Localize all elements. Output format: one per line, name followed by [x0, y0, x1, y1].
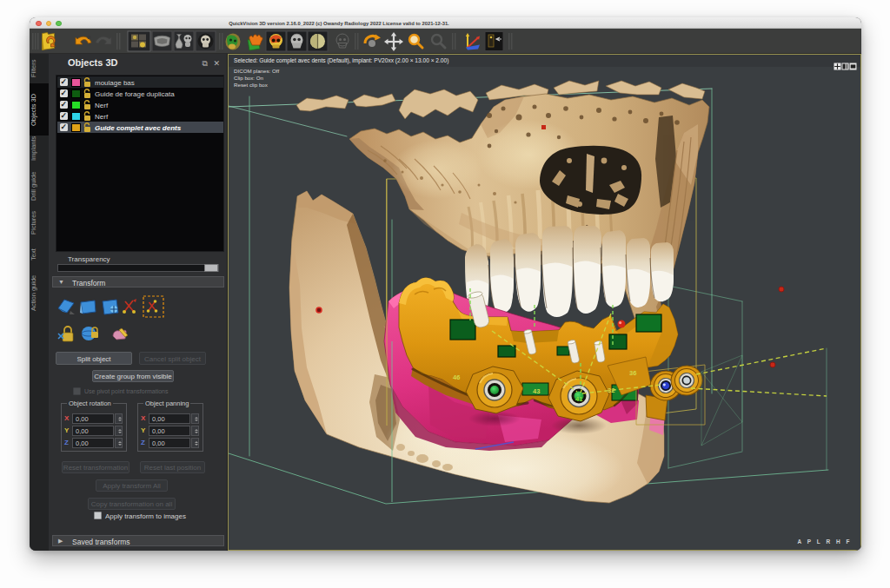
svg-text:36: 36 — [629, 369, 636, 377]
svg-text:43: 43 — [533, 387, 540, 395]
svg-text:41: 41 — [575, 395, 582, 403]
svg-text:46: 46 — [453, 373, 460, 381]
svg-text:32: 32 — [608, 386, 614, 394]
